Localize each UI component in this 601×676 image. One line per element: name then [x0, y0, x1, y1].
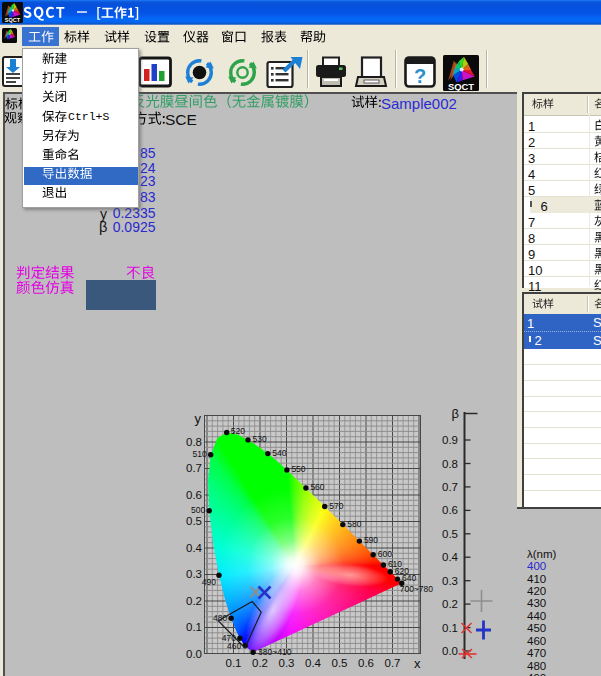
svg-text:0.3: 0.3 [442, 575, 458, 587]
svg-text:0.2: 0.2 [442, 598, 458, 610]
svg-text:550: 550 [291, 464, 305, 474]
svg-text:480: 480 [213, 613, 227, 623]
svg-text:600: 600 [378, 549, 392, 559]
svg-text:580: 580 [347, 519, 361, 529]
svg-text:0.3: 0.3 [279, 657, 295, 669]
svg-text:0.7: 0.7 [385, 657, 401, 669]
svg-text:590: 590 [364, 535, 378, 545]
svg-text:470: 470 [222, 633, 236, 643]
svg-text:0.4: 0.4 [442, 551, 459, 563]
svg-text:540: 540 [272, 448, 286, 458]
svg-text:520: 520 [231, 426, 245, 436]
svg-text:0.4: 0.4 [186, 542, 203, 554]
svg-text:SQCT: SQCT [5, 17, 21, 23]
svg-text:0.2: 0.2 [186, 595, 202, 607]
svg-text:0.4: 0.4 [305, 657, 322, 669]
svg-text:0.6: 0.6 [358, 657, 374, 669]
svg-text:700~780: 700~780 [400, 584, 434, 594]
svg-text:510: 510 [193, 449, 207, 459]
svg-text:SQCT: SQCT [448, 81, 474, 91]
svg-text:0.6: 0.6 [186, 489, 202, 501]
svg-text:0.0: 0.0 [186, 648, 202, 660]
svg-text:0.2: 0.2 [252, 657, 268, 669]
svg-text:0.5: 0.5 [186, 515, 202, 527]
svg-text:0.5: 0.5 [442, 528, 458, 540]
svg-text:0.0: 0.0 [442, 645, 458, 657]
svg-text:?: ? [414, 65, 426, 87]
svg-text:0.7: 0.7 [186, 462, 202, 474]
svg-text:0.9: 0.9 [442, 434, 458, 446]
svg-text:570: 570 [329, 501, 343, 511]
svg-text:0.3: 0.3 [186, 568, 202, 580]
svg-text:0.8: 0.8 [442, 458, 458, 470]
svg-text:β: β [452, 406, 459, 421]
svg-text:500: 500 [191, 505, 205, 515]
svg-text:0.6: 0.6 [442, 504, 458, 516]
svg-text:0.5: 0.5 [332, 657, 348, 669]
svg-text:0.8: 0.8 [186, 436, 202, 448]
svg-text:x: x [414, 656, 421, 671]
svg-text:0.7: 0.7 [442, 481, 458, 493]
svg-text:0.1: 0.1 [226, 657, 242, 669]
svg-text:530: 530 [253, 434, 267, 444]
svg-text:560: 560 [310, 482, 324, 492]
svg-text:y: y [195, 411, 202, 426]
svg-text:640: 640 [402, 573, 416, 583]
svg-text:0.1: 0.1 [186, 621, 202, 633]
svg-text:0.1: 0.1 [442, 622, 458, 634]
svg-text:490: 490 [202, 577, 216, 587]
